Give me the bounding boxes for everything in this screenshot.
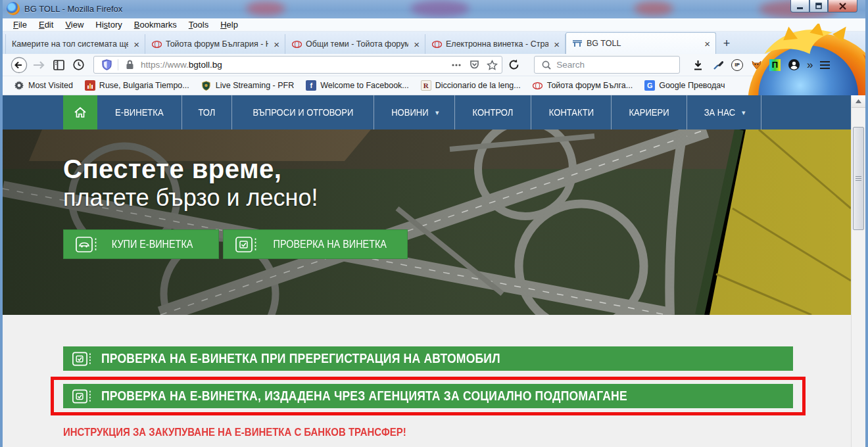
wallpaper-blob: [634, 1, 673, 16]
bookmark-diccionario[interactable]: R Diccionario de la leng...: [416, 79, 525, 92]
site-nav-contacts[interactable]: КОНТАКТИ: [531, 95, 612, 129]
forward-icon[interactable]: [30, 57, 47, 74]
bookmark-toyota-forum[interactable]: Тойота форум Бълга...: [528, 79, 637, 92]
tab-title: Камерите на тол системата ще по: [12, 39, 128, 49]
bookmark-label: Google Преводач: [659, 81, 725, 90]
pfr-shield-icon: [201, 80, 212, 91]
tab-close-icon[interactable]: ×: [412, 39, 421, 49]
tab-toll-cameras[interactable]: Камерите на тол системата ще по ×: [5, 34, 145, 54]
tab-bgtoll-active[interactable]: BG TOLL ×: [566, 32, 716, 54]
firefox-app-icon: [7, 2, 20, 15]
bank-transfer-instruction-link[interactable]: ИНСТРУКЦИЯ ЗА ЗАКУПУВАНЕ НА Е-ВИНЕТКА С …: [63, 426, 851, 439]
vertical-scrollbar[interactable]: [851, 95, 865, 447]
toyota-favicon-icon: [291, 39, 302, 49]
url-input[interactable]: https://www.bgtoll.bg: [141, 60, 445, 70]
bookmark-live-streaming-pfr[interactable]: Live Streaming - PFR: [197, 79, 299, 92]
tab-close-icon[interactable]: ×: [272, 39, 281, 49]
site-nav-about[interactable]: ЗА НАС▾: [687, 95, 761, 129]
tab-title: Общи теми - Тойота форум Б: [306, 39, 408, 49]
tab-bar: Камерите на тол системата ще по × Тойота…: [3, 32, 865, 54]
scrollbar-up-arrow[interactable]: [852, 95, 865, 108]
banner-reregistration-check[interactable]: ПРОВЕРКА НА Е-ВИНЕТКА ПРИ ПРЕРЕГИСТРАЦИЯ…: [63, 346, 793, 371]
scrollbar-thumb[interactable]: [853, 127, 864, 230]
gear-icon: [14, 80, 24, 91]
sidebar-icon[interactable]: [50, 57, 67, 74]
hero-banner: Спестете време, платете бързо и лесно! К…: [3, 129, 851, 315]
bookmark-star-icon[interactable]: [485, 58, 499, 72]
hero-heading-line2: платете бързо и лесно!: [63, 183, 851, 212]
overflow-chevrons-icon[interactable]: »: [807, 59, 811, 72]
banner-social-assistance-check[interactable]: ПРОВЕРКА НА Е-ВИНЕТКА, ИЗДАДЕНА ЧРЕЗ АГЕ…: [63, 384, 793, 408]
bookmark-facebook[interactable]: f Welcome to Facebook...: [301, 79, 414, 92]
tab-title: BG TOLL: [587, 39, 699, 48]
menu-bookmarks[interactable]: Bookmarks: [129, 19, 182, 30]
red-highlight-annotation: ПРОВЕРКА НА Е-ВИНЕТКА, ИЗДАДЕНА ЧРЕЗ АГЕ…: [51, 377, 806, 415]
toyota-favicon-icon: [151, 39, 162, 49]
menu-help[interactable]: Help: [215, 19, 243, 30]
bookmark-label: Тойота форум Бълга...: [547, 81, 633, 90]
ip-extension-icon[interactable]: IP: [731, 59, 743, 71]
bookmark-most-visited[interactable]: Most Visited: [9, 79, 78, 92]
title-bar[interactable]: BG TOLL - Mozilla Firefox: [3, 0, 865, 18]
pocket-icon[interactable]: [467, 58, 481, 72]
toyota-favicon-icon: [431, 39, 442, 49]
site-nav-news[interactable]: НОВИНИ▾: [374, 95, 454, 129]
menu-file[interactable]: File: [8, 19, 32, 30]
bookmark-label: Diccionario de la leng...: [435, 81, 521, 90]
buy-evignette-button[interactable]: КУПИ Е-ВИНЕТКА: [63, 229, 219, 259]
rae-dictionary-icon: R: [421, 80, 431, 91]
bgtoll-favicon-icon: [572, 38, 583, 49]
history-clock-icon[interactable]: [70, 57, 87, 74]
tab-close-icon[interactable]: ×: [552, 39, 561, 49]
url-bar[interactable]: https://www.bgtoll.bg: [93, 56, 502, 74]
menu-bar: File Edit View History Bookmarks Tools H…: [3, 18, 865, 32]
tab-title: Електронна винетка - Страниц: [446, 39, 548, 49]
menu-history[interactable]: History: [90, 19, 127, 30]
menu-view[interactable]: View: [60, 19, 89, 30]
fox-extension-icon[interactable]: [749, 58, 763, 72]
tab-toyota-topics[interactable]: Общи теми - Тойота форум Б ×: [285, 34, 425, 54]
site-nav: Е-ВИНЕТКА ТОЛ ВЪПРОСИ И ОТГОВОРИ НОВИНИ▾…: [3, 95, 851, 129]
reload-icon[interactable]: [505, 57, 522, 74]
check-vignette-button[interactable]: ПРОВЕРКА НА ВИНЕТКА: [223, 229, 408, 259]
new-tab-button[interactable]: +: [718, 35, 735, 52]
lock-icon[interactable]: [122, 58, 137, 72]
bookmark-google-translate[interactable]: G Google Преводач: [640, 79, 729, 92]
site-nav-evignette[interactable]: Е-ВИНЕТКА: [97, 95, 182, 129]
weather-site-icon: [85, 80, 95, 91]
site-nav-control[interactable]: КОНТРОЛ: [455, 95, 531, 129]
tab-toyota-forum[interactable]: Тойота форум България - Нач ×: [145, 34, 285, 54]
eyedropper-icon[interactable]: [711, 58, 725, 72]
tab-evignette-page[interactable]: Електронна винетка - Страниц ×: [425, 34, 566, 54]
navigation-toolbar: https://www.bgtoll.bg: [3, 54, 865, 76]
vignette-check-icon: [72, 352, 92, 366]
download-icon[interactable]: [690, 58, 705, 72]
close-button[interactable]: [828, 0, 857, 12]
site-nav-careers[interactable]: КАРИЕРИ: [612, 95, 687, 129]
site-nav-faq[interactable]: ВЪПРОСИ И ОТГОВОРИ: [232, 95, 375, 129]
search-bar[interactable]: [534, 56, 680, 74]
site-nav-home[interactable]: [63, 95, 97, 129]
scrollbar-grip: [856, 176, 861, 181]
tab-close-icon[interactable]: ×: [703, 39, 711, 49]
search-input[interactable]: [556, 60, 674, 70]
hero-heading-line1: Спестете време,: [63, 154, 851, 183]
site-nav-toll[interactable]: ТОЛ: [182, 95, 232, 129]
translator-extension-icon[interactable]: П: [769, 59, 781, 71]
back-icon[interactable]: [11, 57, 28, 74]
page-actions-ellipsis-icon[interactable]: [449, 58, 464, 72]
menu-tools[interactable]: Tools: [183, 19, 214, 30]
maximize-button[interactable]: [809, 0, 828, 12]
facebook-icon: f: [306, 80, 316, 91]
minimize-button[interactable]: [790, 0, 809, 12]
site-nav-spacer: [3, 95, 63, 129]
wallpaper-blob: [246, 1, 285, 16]
tracking-protection-shield-icon[interactable]: [99, 58, 114, 72]
hamburger-menu-icon[interactable]: [817, 58, 832, 72]
tab-close-icon[interactable]: ×: [132, 39, 141, 49]
bookmark-ruse-weather[interactable]: Ruse, Bulgaria Tiempo...: [80, 79, 194, 92]
chevron-down-icon: ▾: [435, 108, 439, 117]
menu-edit[interactable]: Edit: [34, 19, 59, 30]
account-person-icon[interactable]: [786, 58, 801, 72]
bookmark-label: Welcome to Facebook...: [320, 81, 409, 90]
